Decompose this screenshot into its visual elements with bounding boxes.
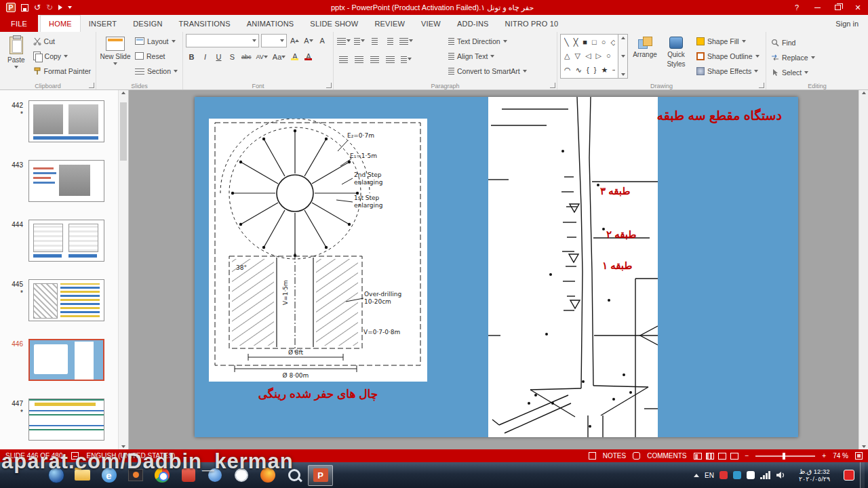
show-desktop-button[interactable] bbox=[860, 462, 865, 488]
text-direction-button[interactable]: Text Direction bbox=[446, 34, 529, 48]
highlight-color-button[interactable]: A bbox=[289, 50, 300, 63]
line-spacing-button[interactable] bbox=[399, 34, 413, 47]
slide-preview[interactable] bbox=[28, 399, 104, 441]
label-floor-1[interactable]: طبقه ١ bbox=[602, 260, 632, 272]
tab-review[interactable]: REVIEW bbox=[366, 15, 413, 32]
increase-indent-button[interactable] bbox=[383, 34, 397, 47]
scroll-up-icon[interactable] bbox=[121, 92, 125, 94]
shaft-section-diagram[interactable] bbox=[488, 97, 658, 437]
zoom-slider-thumb[interactable] bbox=[783, 453, 785, 460]
quick-styles-button[interactable]: Quick Styles bbox=[662, 34, 690, 81]
input-language-indicator[interactable]: EN bbox=[705, 472, 714, 479]
tab-home[interactable]: HOME bbox=[40, 15, 81, 32]
powerpoint-app-icon[interactable]: P bbox=[6, 3, 16, 12]
shape-outline-button[interactable]: Shape Outline bbox=[694, 49, 762, 63]
restore-button[interactable] bbox=[827, 0, 848, 15]
slide-heading[interactable]: دستگاه مقطع سه طبقه bbox=[657, 108, 782, 123]
taskbar-app-blue[interactable] bbox=[202, 465, 227, 486]
ring-drilling-diagram[interactable]: E₂=0·7m E₁=1·5m 2nd Step enlarging 1st S… bbox=[209, 119, 427, 382]
start-button[interactable] bbox=[43, 465, 68, 486]
drawing-dialog-launcher[interactable] bbox=[759, 83, 764, 88]
canvas-scroll-down-icon[interactable] bbox=[862, 445, 866, 448]
numbering-button[interactable] bbox=[352, 34, 366, 47]
clipboard-dialog-launcher[interactable] bbox=[89, 83, 94, 88]
start-slideshow-icon[interactable] bbox=[58, 5, 62, 10]
thumbnail-scrollbar[interactable] bbox=[118, 90, 128, 449]
canvas-scrollbar[interactable] bbox=[859, 90, 868, 449]
taskbar-app-white[interactable] bbox=[229, 465, 254, 486]
character-spacing-button[interactable]: AV bbox=[255, 50, 269, 63]
thumbnail-slide-445[interactable]: 445* bbox=[0, 279, 118, 321]
tab-slide-show[interactable]: SLIDE SHOW bbox=[302, 15, 366, 32]
clock[interactable]: 12:32 ق.ظ ٢٠٢٠/٠٥/٢٩ bbox=[791, 468, 838, 483]
change-case-button[interactable]: Aa bbox=[271, 50, 287, 63]
thumbnail-slide-447[interactable]: 447* bbox=[0, 399, 118, 441]
notification-badge-icon[interactable] bbox=[844, 470, 854, 481]
shape-effects-button[interactable]: Shape Effects bbox=[694, 64, 762, 78]
find-button[interactable]: Find bbox=[769, 35, 817, 49]
columns-button[interactable] bbox=[399, 52, 413, 66]
slide-preview[interactable] bbox=[28, 339, 104, 381]
font-size-combobox[interactable] bbox=[261, 34, 287, 47]
replace-button[interactable]: Replace bbox=[769, 50, 817, 64]
tray-red-icon[interactable] bbox=[719, 471, 728, 479]
save-icon[interactable] bbox=[21, 4, 28, 12]
strikethrough-button[interactable]: abc bbox=[240, 50, 253, 63]
normal-view-button[interactable] bbox=[694, 453, 702, 460]
copy-button[interactable]: Copy bbox=[31, 49, 93, 63]
select-button[interactable]: Select bbox=[769, 65, 817, 79]
thumbnail-slide-442[interactable]: 442* bbox=[0, 100, 118, 142]
volume-icon[interactable] bbox=[776, 471, 785, 479]
taskbar-internet-explorer[interactable]: e bbox=[96, 465, 121, 486]
increase-font-size-button[interactable]: A bbox=[289, 35, 300, 47]
slide-preview[interactable] bbox=[28, 160, 104, 202]
tab-design[interactable]: DESIGN bbox=[125, 15, 170, 32]
scrollbar-thumb[interactable] bbox=[120, 102, 127, 161]
font-color-button[interactable]: A bbox=[302, 50, 314, 63]
tab-transitions[interactable]: TRANSITIONS bbox=[171, 15, 239, 32]
tab-add-ins[interactable]: ADD-INS bbox=[449, 15, 497, 32]
zoom-slider[interactable] bbox=[755, 455, 815, 457]
tab-insert[interactable]: INSERT bbox=[81, 15, 125, 32]
sign-in-link[interactable]: Sign in bbox=[826, 15, 868, 32]
help-button[interactable]: ? bbox=[787, 0, 807, 15]
align-center-button[interactable] bbox=[352, 52, 366, 66]
arrange-button[interactable]: Arrange bbox=[629, 34, 660, 81]
new-slide-button[interactable]: New Slide bbox=[99, 34, 132, 81]
format-painter-button[interactable]: Format Painter bbox=[31, 64, 93, 78]
reset-button[interactable]: Reset bbox=[133, 49, 180, 63]
redo-icon[interactable]: ↻ bbox=[46, 3, 53, 12]
taskbar-explorer[interactable] bbox=[70, 465, 95, 486]
tray-blue-icon[interactable] bbox=[733, 471, 741, 479]
comments-toggle[interactable]: COMMENTS bbox=[647, 452, 686, 460]
zoom-level[interactable]: 74 % bbox=[833, 452, 848, 460]
taskbar-firefox[interactable] bbox=[255, 465, 280, 486]
canvas-scroll-up-icon[interactable] bbox=[862, 92, 866, 94]
reading-view-button[interactable] bbox=[718, 453, 726, 460]
taskbar-media-player[interactable] bbox=[123, 465, 148, 486]
tab-view[interactable]: VIEW bbox=[413, 15, 449, 32]
customize-qat-icon[interactable] bbox=[68, 6, 72, 9]
taskbar-chrome[interactable] bbox=[149, 465, 174, 486]
section-button[interactable]: Section bbox=[133, 64, 180, 78]
taskbar-app-red[interactable] bbox=[176, 465, 201, 486]
slide-sorter-view-button[interactable] bbox=[706, 453, 714, 460]
proofing-icon[interactable] bbox=[71, 452, 79, 460]
font-dialog-launcher[interactable] bbox=[326, 83, 332, 88]
label-floor-3[interactable]: طبقه ٣ bbox=[600, 185, 630, 197]
ring-diagram-caption[interactable]: چال های حفر شده رینگی bbox=[209, 387, 427, 401]
align-right-button[interactable] bbox=[368, 52, 382, 66]
thumbnail-slide-443[interactable]: 443 bbox=[0, 160, 118, 202]
shape-fill-button[interactable]: Shape Fill bbox=[694, 34, 762, 48]
justify-button[interactable] bbox=[383, 52, 397, 66]
slide-preview[interactable] bbox=[28, 279, 104, 321]
clear-formatting-button[interactable]: A bbox=[317, 35, 328, 47]
shapes-gallery[interactable]: ╲ ╳ ■ □ ○ ◇ △ ▽ ◁ ▷ ○ ☆ ◠ ∿ { } ★ ─ bbox=[560, 34, 628, 79]
decrease-indent-button[interactable] bbox=[368, 34, 382, 47]
slide-count-indicator[interactable]: SLIDE 446 OF 480 bbox=[5, 452, 63, 460]
cut-button[interactable]: Cut bbox=[31, 34, 93, 48]
bullets-button[interactable] bbox=[336, 34, 351, 47]
thumbnail-slide-446-selected[interactable]: 446 bbox=[0, 339, 118, 381]
taskbar-search[interactable] bbox=[281, 465, 307, 486]
bold-button[interactable]: B bbox=[186, 50, 197, 63]
